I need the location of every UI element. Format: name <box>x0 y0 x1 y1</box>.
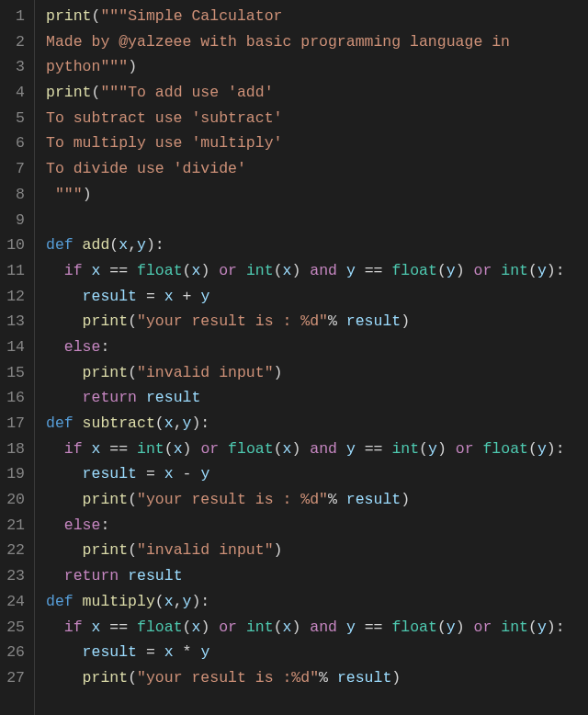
token-fn: add <box>83 236 110 254</box>
code-line[interactable]: else: <box>46 335 588 360</box>
token-kw: if <box>64 440 83 458</box>
code-line[interactable]: print("your result is : %d"% result) <box>46 309 588 335</box>
token-op: - <box>174 465 201 482</box>
token-punc: ) <box>401 491 410 508</box>
code-line[interactable]: print("your result is : %d"% result) <box>46 487 588 513</box>
line-number: 21 <box>6 513 25 539</box>
code-line[interactable]: result = x - y <box>46 461 588 487</box>
token-op <box>46 465 83 482</box>
line-number: 23 <box>6 563 25 589</box>
token-op: == <box>356 262 392 279</box>
token-op <box>219 440 228 458</box>
token-var: result <box>83 465 137 482</box>
token-op <box>46 262 64 279</box>
token-builtin: float <box>482 440 528 458</box>
line-number: 19 <box>6 461 25 487</box>
code-line[interactable]: To subtract use 'subtract' <box>46 106 588 131</box>
token-var: x <box>92 262 101 279</box>
token-punc: ( <box>183 262 192 279</box>
token-op <box>337 262 346 279</box>
line-number: 4 <box>6 80 25 106</box>
token-punc: ( <box>419 440 428 458</box>
token-def: def <box>46 236 83 254</box>
code-line[interactable]: Made by @yalzeee with basic programming … <box>46 29 588 55</box>
token-op <box>119 567 128 584</box>
token-op <box>337 440 346 458</box>
token-builtin: float <box>391 262 437 279</box>
code-line[interactable]: def subtract(x,y): <box>46 411 588 437</box>
code-line[interactable]: To multiply use 'multiply' <box>46 131 588 156</box>
token-punc: ) <box>200 619 209 636</box>
code-line[interactable] <box>46 208 588 233</box>
token-op: = <box>137 643 164 661</box>
token-punc: ( <box>528 440 537 458</box>
code-line[interactable]: """) <box>46 182 588 208</box>
token-builtin: int <box>246 619 274 636</box>
token-kw: if <box>64 619 83 636</box>
code-line[interactable]: if x == int(x) or float(x) and y == int(… <box>46 437 588 462</box>
code-line[interactable]: return result <box>46 563 588 589</box>
token-op <box>83 262 92 279</box>
token-punc: ) <box>547 619 556 636</box>
token-fn: print <box>83 541 129 559</box>
code-editor[interactable]: 1234567891011121314151617181920212223242… <box>0 0 588 715</box>
token-builtin: int <box>391 440 419 458</box>
token-op: % <box>328 491 346 508</box>
code-line[interactable]: print("your result is :%d"% result) <box>46 665 588 691</box>
token-punc: : <box>556 440 565 458</box>
code-line[interactable]: if x == float(x) or int(x) and y == floa… <box>46 615 588 641</box>
line-number: 25 <box>6 615 25 641</box>
line-number: 18 <box>6 437 25 462</box>
token-op <box>46 389 83 406</box>
token-fn: print <box>83 364 129 381</box>
token-var: result <box>83 643 137 661</box>
token-builtin: float <box>137 619 183 636</box>
token-op: % <box>328 312 346 330</box>
code-line[interactable]: else: <box>46 513 588 539</box>
line-number: 15 <box>6 360 25 386</box>
code-line[interactable]: result = x + y <box>46 284 588 310</box>
line-number: 1 <box>6 4 25 29</box>
token-punc: ) <box>401 312 410 330</box>
code-line[interactable]: result = x * y <box>46 640 588 665</box>
code-line[interactable]: print("""Simple Calculator <box>46 4 588 29</box>
token-punc: ( <box>92 7 101 25</box>
code-line[interactable]: print("""To add use 'add' <box>46 80 588 106</box>
code-area[interactable]: print("""Simple CalculatorMade by @yalze… <box>35 0 588 715</box>
token-punc: ( <box>109 236 119 254</box>
token-op <box>46 567 64 584</box>
token-fn: subtract <box>83 414 155 432</box>
token-fn: multiply <box>83 593 155 610</box>
token-str: "your result is :%d" <box>137 669 319 687</box>
code-line[interactable]: def add(x,y): <box>46 233 588 258</box>
code-line[interactable]: def multiply(x,y): <box>46 589 588 615</box>
token-param: x <box>164 414 174 432</box>
token-var: y <box>346 262 356 279</box>
line-number: 7 <box>6 156 25 182</box>
code-line[interactable]: To divide use 'divide' <box>46 156 588 182</box>
token-punc: ) <box>128 58 137 75</box>
token-punc: ( <box>274 619 283 636</box>
token-op <box>46 338 64 356</box>
token-var: x <box>164 288 174 305</box>
token-op: % <box>319 669 337 687</box>
token-op <box>46 541 83 559</box>
token-punc: ( <box>128 669 137 687</box>
code-line[interactable]: return result <box>46 385 588 411</box>
token-punc: ) <box>291 619 300 636</box>
token-var: y <box>537 619 547 636</box>
token-punc: ) <box>274 541 283 559</box>
code-line[interactable]: print("invalid input") <box>46 360 588 386</box>
token-punc: ( <box>128 491 137 508</box>
token-def: def <box>46 593 83 610</box>
code-line[interactable]: print("invalid input") <box>46 538 588 563</box>
token-builtin: float <box>228 440 274 458</box>
line-number: 10 <box>6 233 25 258</box>
token-punc: ( <box>528 619 537 636</box>
code-line[interactable]: if x == float(x) or int(x) and y == floa… <box>46 258 588 284</box>
token-kw: return <box>83 389 137 406</box>
token-str: "invalid input" <box>137 364 274 381</box>
token-punc: ( <box>164 440 174 458</box>
token-var: y <box>447 262 456 279</box>
token-punc: ) <box>200 262 209 279</box>
